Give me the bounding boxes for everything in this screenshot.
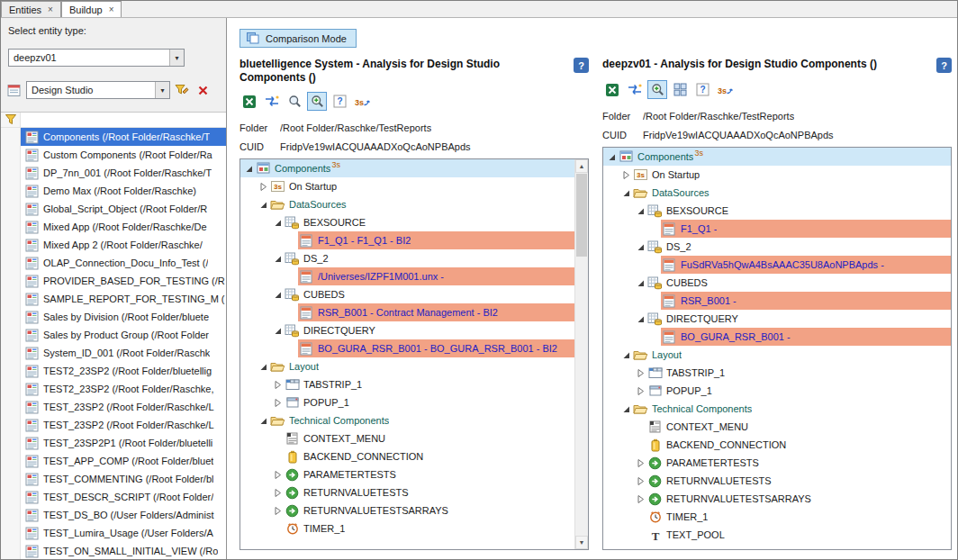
tree-row[interactable]: POPUP_1 [603, 382, 951, 400]
zoom-plus-button[interactable] [307, 92, 327, 111]
list-item[interactable]: TEST_Lumira_Usage (/User Folders/A [1, 524, 226, 542]
list-item[interactable]: Components (/Root Folder/Raschke/T [1, 128, 226, 146]
tree-row[interactable]: DS_2 [603, 238, 951, 256]
chevron-down-icon[interactable]: ▾ [155, 82, 169, 98]
expand-twisty-icon[interactable] [635, 369, 646, 377]
tree-row[interactable]: Technical Components [603, 400, 951, 418]
close-icon[interactable]: × [109, 5, 114, 14]
tree-row[interactable]: Layout [603, 346, 951, 364]
expand-twisty-icon[interactable] [272, 471, 284, 479]
expand-twisty-icon[interactable] [272, 399, 284, 407]
list-item[interactable]: Sales by Product Group (/Root Folder [1, 326, 226, 344]
list-item[interactable]: TEST_COMMENTING (/Root Folder/bl [1, 470, 226, 488]
chevron-down-icon[interactable]: ▾ [169, 50, 184, 66]
tree-row[interactable]: BO_GURA_RSR_B001 - BO_GURA_RSR_B001 - BI… [240, 339, 574, 357]
expand-twisty-icon[interactable] [635, 477, 646, 485]
list-item[interactable]: TEST_ON_SMALL_INITIAL_VIEW (/Ro [1, 542, 226, 559]
tree-row[interactable]: TABSTRIP_1 [603, 364, 951, 382]
tree-row[interactable]: DIRECTQUERY [240, 321, 574, 339]
scroll-thumb[interactable] [576, 174, 587, 257]
collapse-twisty-icon[interactable] [620, 351, 632, 359]
collapse-twisty-icon[interactable] [258, 363, 269, 371]
tree-row[interactable]: Technical Components [240, 411, 574, 429]
tree-row[interactable]: CUBEDS [603, 274, 951, 292]
tree-row[interactable]: RETURNVALUETESTS [240, 483, 574, 501]
tree-row[interactable]: BACKEND_CONNECTION [603, 436, 951, 454]
list-item[interactable]: PROVIDER_BASED_FOR_TESTING (/R [1, 272, 226, 290]
filter-edit-icon[interactable] [173, 81, 191, 99]
run-3s-button[interactable]: 3s [715, 80, 735, 99]
run-3s-button[interactable]: 3s [352, 92, 372, 111]
collapse-twisty-icon[interactable] [635, 315, 646, 323]
tree-row[interactable]: PARAMETERTESTS [603, 454, 951, 472]
tree-row[interactable]: Layout [240, 357, 574, 375]
collapse-twisty-icon[interactable] [620, 189, 632, 197]
tree-row[interactable]: TIMER_1 [240, 519, 574, 537]
tree-row[interactable]: Components3s [240, 159, 574, 177]
comparison-mode-button[interactable]: Comparison Mode [240, 29, 357, 48]
tree-row[interactable]: PARAMETERTESTS [240, 465, 574, 483]
sync-arrows-button[interactable] [262, 92, 282, 111]
list-item[interactable]: Demo Max (/Root Folder/Raschke) [1, 182, 226, 200]
collapse-twisty-icon[interactable] [258, 201, 269, 209]
list-item[interactable]: TEST_DS_BO (/User Folders/Administ [1, 506, 226, 524]
collapse-twisty-icon[interactable] [620, 405, 632, 413]
panes-button[interactable] [670, 80, 690, 99]
list-item[interactable]: Global_Script_Object (/Root Folder/R [1, 200, 226, 218]
collapse-twisty-icon[interactable] [272, 327, 284, 335]
expand-twisty-icon[interactable] [635, 495, 646, 503]
help-icon[interactable]: ? [574, 58, 589, 73]
zoom-button[interactable] [285, 92, 304, 111]
tree-row[interactable]: /Universes/IZPF1M001.unx - [240, 267, 574, 285]
zoom-plus-button[interactable] [647, 80, 667, 99]
tree-row[interactable]: F1_Q1 - [603, 220, 951, 238]
collapse-twisty-icon[interactable] [258, 417, 269, 425]
tree-row[interactable]: BEXSOURCE [240, 213, 574, 231]
scroll-up-icon[interactable]: ▲ [575, 159, 588, 173]
tree-row[interactable]: RETURNVALUETESTSARRAYS [603, 490, 951, 508]
expand-twisty-icon[interactable] [620, 171, 632, 179]
expand-twisty-icon[interactable] [272, 381, 284, 389]
help-box-button[interactable]: ? [330, 92, 349, 111]
collapse-twisty-icon[interactable] [272, 219, 284, 227]
tree-row[interactable]: DIRECTQUERY [603, 310, 951, 328]
collapse-twisty-icon[interactable] [606, 153, 618, 161]
list-item[interactable]: SAMPLE_REPORT_FOR_TESTING_M ( [1, 290, 226, 308]
list-item[interactable]: TEST_APP_COMP (/Root Folder/bluet [1, 452, 226, 470]
tree-row[interactable]: DataSources [240, 195, 574, 213]
help-icon[interactable]: ? [936, 58, 952, 73]
tree-row[interactable]: CUBEDS [240, 285, 574, 303]
system-dropdown[interactable]: deepzv01 ▾ [8, 49, 185, 67]
collapse-twisty-icon[interactable] [272, 291, 284, 299]
expand-twisty-icon[interactable] [258, 183, 269, 191]
help-box-button[interactable]: ? [692, 80, 712, 99]
list-item[interactable]: OLAP_Connection_Docu_Info_Test (/ [1, 254, 226, 272]
tree-row[interactable]: TTEXT_POOL [603, 526, 951, 544]
list-item[interactable]: System_ID_001 (/Root Folder/Raschk [1, 344, 226, 362]
excel-export-button[interactable] [602, 80, 622, 99]
list-item[interactable]: Mixed App (/Root Folder/Raschke/De [1, 218, 226, 236]
tree-row[interactable]: Components3s [603, 148, 951, 166]
expand-twisty-icon[interactable] [272, 489, 284, 497]
excel-export-button[interactable] [240, 92, 259, 111]
tree-row[interactable]: 3sOn Startup [240, 177, 574, 195]
tree-row[interactable]: BACKEND_CONNECTION [240, 447, 574, 465]
filter-row[interactable] [1, 112, 226, 128]
tree-row[interactable]: F1_Q1 - F1_Q1 - BI2 [240, 231, 574, 249]
list-item[interactable]: Custom Components (/Root Folder/Ra [1, 146, 226, 164]
list-item[interactable]: Mixed App 2 (/Root Folder/Raschke/ [1, 236, 226, 254]
scrollbar[interactable]: ▲ ▼ [574, 159, 588, 549]
tab-buildup[interactable]: Buildup × [61, 1, 122, 17]
tree-row[interactable]: DS_2 [240, 249, 574, 267]
tree-row[interactable]: CONTEXT_MENU [240, 429, 574, 447]
tree-row[interactable]: RSR_B001 - Contract Management - BI2 [240, 303, 574, 321]
tree-row[interactable]: 3sOn Startup [603, 166, 951, 184]
tree-row[interactable]: DataSources [603, 184, 951, 202]
list-item[interactable]: TEST2_23SP2 (/Root Folder/bluetellig [1, 362, 226, 380]
tree-row[interactable]: BO_GURA_RSR_B001 - [603, 328, 951, 346]
tree-row[interactable]: CONTEXT_MENU [603, 418, 951, 436]
list-item[interactable]: TEST_23SP2 (/Root Folder/Raschke/L [1, 398, 226, 416]
expand-twisty-icon[interactable] [635, 459, 646, 467]
list-item[interactable]: DP_7nn_001 (/Root Folder/Raschke/T [1, 164, 226, 182]
collapse-twisty-icon[interactable] [635, 243, 646, 251]
